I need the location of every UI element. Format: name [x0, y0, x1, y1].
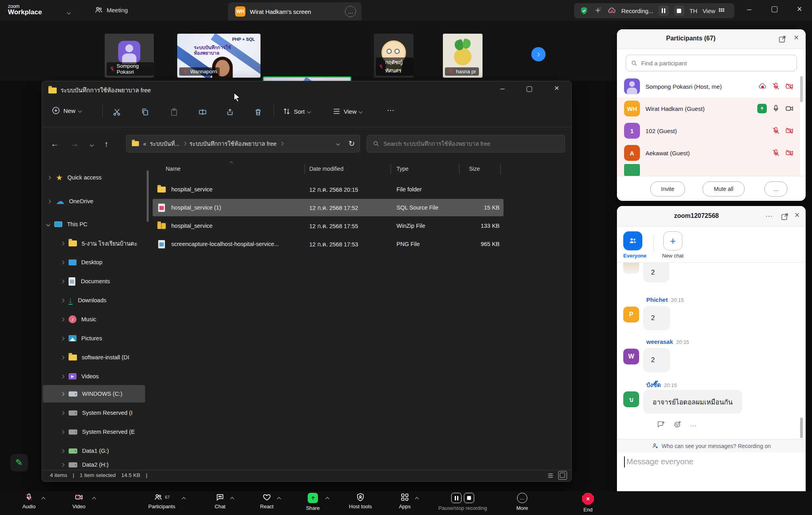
- security-shield-icon[interactable]: [580, 6, 588, 15]
- chat-input[interactable]: Message everyone: [626, 457, 693, 466]
- sort-button[interactable]: Sort: [282, 107, 310, 116]
- view-button[interactable]: View: [703, 8, 725, 14]
- apps-button[interactable]: Apps: [383, 493, 427, 509]
- tab-shared-screen[interactable]: WH Wirat Hadkam's screen …: [228, 2, 362, 21]
- end-button[interactable]: × End: [566, 493, 610, 513]
- message-more-icon[interactable]: …: [690, 420, 697, 428]
- audio-button[interactable]: Audio: [7, 493, 51, 509]
- tab-everyone[interactable]: Everyone: [623, 231, 642, 259]
- address-dropdown-chevron[interactable]: [336, 142, 340, 146]
- sidebar-item-downloads[interactable]: ↓Downloads: [44, 292, 145, 308]
- breadcrumb-overflow[interactable]: ระบบบันที่...: [150, 139, 180, 148]
- toolbar-more-button[interactable]: …: [387, 104, 395, 113]
- column-header-size[interactable]: Size: [469, 166, 480, 172]
- participant-row[interactable]: 1 102 (Guest): [617, 120, 800, 142]
- tab-meeting[interactable]: Meeting: [94, 6, 128, 14]
- share-icon[interactable]: [226, 108, 235, 116]
- sidebar-item-music[interactable]: ♪Music: [44, 311, 145, 327]
- explorer-minimize-button[interactable]: –: [500, 84, 505, 93]
- more-button[interactable]: … More: [500, 493, 544, 511]
- annotate-button[interactable]: ✎: [10, 454, 28, 471]
- paste-icon[interactable]: [170, 108, 178, 116]
- explorer-search-box[interactable]: Search ระบบบันทึกการใช้ห้องพยาบาล free: [367, 135, 565, 153]
- nav-up-button[interactable]: ↑: [104, 139, 108, 149]
- column-header-date[interactable]: Date modified: [309, 166, 343, 172]
- mute-all-button[interactable]: Mute all: [703, 181, 745, 196]
- video-tile-wannaporn[interactable]: PHP + SQL ระบบบันทึกการใช้ห้องพยาบาล Wan…: [177, 34, 260, 78]
- stop-recording-button[interactable]: [674, 6, 684, 16]
- popout-icon[interactable]: [780, 212, 789, 221]
- tab-new-chat[interactable]: + New chat: [661, 231, 684, 259]
- cut-icon[interactable]: [113, 108, 121, 116]
- find-participant-box[interactable]: Find a participant: [626, 55, 797, 71]
- sidebar-scrollbar[interactable]: [147, 170, 149, 222]
- file-row-png[interactable]: screencapture-localhost-hospital-service…: [153, 235, 504, 253]
- view-menu-button[interactable]: View: [332, 107, 362, 116]
- chat-button[interactable]: Chat: [198, 493, 242, 509]
- sidebar-item-system-reserved-2[interactable]: System Reserved (E: [44, 424, 145, 440]
- ai-companion-icon[interactable]: [594, 6, 602, 15]
- mic-off-icon[interactable]: [772, 149, 780, 157]
- pause-stop-recording-button[interactable]: Pause/stop recording: [429, 493, 496, 511]
- window-minimize-button[interactable]: –: [747, 5, 751, 14]
- mic-off-icon[interactable]: [772, 82, 780, 91]
- chat-privacy-notice[interactable]: Who can see your messages? Recording on: [617, 439, 805, 452]
- refresh-icon[interactable]: ↻: [349, 139, 355, 148]
- sidebar-item-quick-access[interactable]: ★Quick access: [44, 170, 145, 185]
- participant-row[interactable]: Sompong Pokasri (Host, me): [617, 75, 800, 97]
- sidebar-item-data2[interactable]: Data2 (H:): [44, 460, 145, 470]
- sidebar-item-onedrive[interactable]: ☁OneDrive: [44, 193, 145, 209]
- language-button[interactable]: TH: [689, 8, 697, 14]
- invite-button[interactable]: Invite: [650, 181, 685, 196]
- video-tile-krittachai[interactable]: กฤตัชญ์ ทัศนศร: [374, 34, 414, 78]
- sidebar-item-folder-5ngan[interactable]: 5-งาน โรงเรียนบ้านตะ: [44, 235, 145, 251]
- reply-icon[interactable]: [657, 420, 665, 429]
- participants-close-icon[interactable]: ×: [794, 32, 799, 43]
- breadcrumb-current[interactable]: ระบบบันทึกการใช้ห้องพยาบาล free: [190, 139, 277, 148]
- participants-more-button[interactable]: …: [764, 181, 787, 196]
- participants-scrollbar[interactable]: [800, 76, 803, 102]
- window-maximize-button[interactable]: [772, 6, 778, 12]
- explorer-close-button[interactable]: ×: [554, 83, 559, 93]
- column-header-name[interactable]: Name: [166, 166, 180, 172]
- participant-row[interactable]: A Aekawat (Guest): [617, 142, 800, 164]
- file-row-folder[interactable]: hospital_service 12 ก.ค. 2568 20:15 File…: [153, 181, 504, 198]
- copy-icon[interactable]: [141, 108, 149, 116]
- participants-button[interactable]: 67 Participants: [138, 493, 186, 509]
- chat-menu-icon[interactable]: …: [765, 210, 773, 219]
- chat-close-icon[interactable]: ×: [795, 210, 800, 220]
- address-bar[interactable]: « ระบบบันที่... ระบบบันทึกการใช้ห้องพยาบ…: [126, 135, 360, 153]
- participant-row-partial[interactable]: [617, 164, 800, 176]
- next-participants-arrow-button[interactable]: [531, 47, 546, 61]
- column-header-type[interactable]: Type: [396, 166, 408, 172]
- sidebar-item-videos[interactable]: ▶Videos: [44, 368, 145, 384]
- video-button[interactable]: Video: [57, 493, 101, 509]
- sidebar-item-software-install[interactable]: software-install (DI: [44, 349, 145, 365]
- nav-forward-button[interactable]: →: [71, 139, 79, 149]
- camera-off-icon[interactable]: [785, 149, 794, 157]
- sidebar-item-desktop[interactable]: Desktop: [44, 254, 145, 270]
- chat-scrollbar[interactable]: [800, 418, 803, 438]
- window-close-button[interactable]: ×: [797, 4, 802, 14]
- sidebar-item-this-pc[interactable]: This PC: [44, 216, 145, 232]
- sidebar-item-data1[interactable]: Data1 (G:): [44, 443, 145, 459]
- camera-off-icon[interactable]: [785, 126, 794, 135]
- host-tools-button[interactable]: Host tools: [339, 493, 382, 509]
- new-button[interactable]: New: [52, 106, 81, 115]
- video-tile-hasna[interactable]: hasna pr: [443, 34, 483, 78]
- camera-off-icon[interactable]: [785, 82, 794, 91]
- stop-icon[interactable]: [464, 493, 474, 503]
- sidebar-item-documents[interactable]: Documents: [44, 273, 145, 289]
- mic-on-icon[interactable]: [772, 104, 780, 113]
- share-button[interactable]: Share: [291, 493, 335, 511]
- thumbnail-view-toggle-icon[interactable]: [558, 471, 567, 480]
- pause-icon[interactable]: [451, 493, 462, 503]
- react-button[interactable]: React: [245, 493, 289, 509]
- participant-row[interactable]: WH Wirat Hadkam (Guest): [617, 97, 800, 120]
- popout-icon[interactable]: [778, 35, 787, 44]
- camera-on-icon[interactable]: [785, 104, 794, 113]
- sidebar-item-pictures[interactable]: Pictures: [44, 330, 145, 346]
- sidebar-item-windows-c[interactable]: WINDOWS (C:): [44, 386, 145, 402]
- file-row-sql-selected[interactable]: hospital_service (1) 12 ก.ค. 2568 17:52 …: [153, 199, 504, 216]
- rename-icon[interactable]: [198, 108, 207, 116]
